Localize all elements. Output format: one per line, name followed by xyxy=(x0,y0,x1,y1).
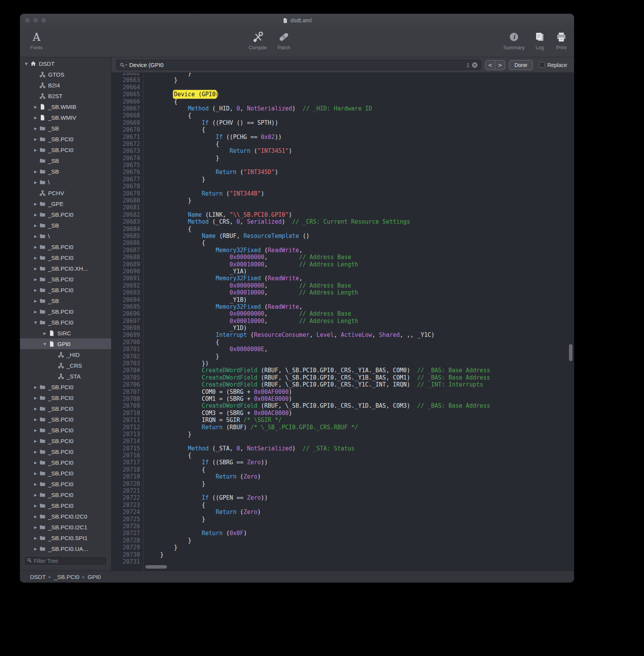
tree-item-sb-pci0-spi1[interactable]: ▶_SB.PCI0.SPI1 xyxy=(20,532,111,543)
disclosure-triangle[interactable]: ▼ xyxy=(32,320,39,325)
tree-item-sb-pci0-i2c0[interactable]: ▶_SB.PCI0.I2C0 xyxy=(20,511,111,522)
code-text[interactable]: Memory32Fixed (ReadWrite, xyxy=(143,303,302,310)
code-editor[interactable]: 20662 }20663 }2066420665 Device (GPI0)20… xyxy=(112,73,574,571)
disclosure-triangle[interactable]: ▶ xyxy=(32,536,39,540)
disclosure-triangle[interactable]: ▶ xyxy=(32,266,39,271)
tree-item-[interactable]: ▶\ xyxy=(20,177,111,187)
code-text[interactable]: COM0 = (SBRG + 0x00AF0000) xyxy=(143,388,292,395)
code-text[interactable]: Return (Zero) xyxy=(143,509,261,515)
search-options-icon[interactable]: ▾ xyxy=(120,62,127,68)
tree-item-sb-pci0[interactable]: ▶_SB.PCI0 xyxy=(20,425,111,435)
disclosure-triangle[interactable]: ▶ xyxy=(32,256,39,260)
code-text[interactable]: Interrupt (ResourceConsumer, Level, Acti… xyxy=(143,331,435,338)
fonts-button[interactable]: A Fonts xyxy=(25,30,48,50)
tree-item-sb-pci0[interactable]: ▶_SB.PCI0 xyxy=(20,479,111,489)
tree-item-sb-pci0[interactable]: ▶_SB.PCI0 xyxy=(20,241,111,252)
tree-item-pchv[interactable]: PCHV xyxy=(20,187,111,198)
code-text[interactable]: { xyxy=(143,502,205,509)
code-text[interactable]: _Y1A) xyxy=(143,268,247,275)
tree-item-b2i4[interactable]: B2I4 xyxy=(20,80,111,90)
code-text[interactable]: { xyxy=(143,239,205,246)
code-text[interactable]: _Y1B) xyxy=(143,296,247,303)
tree-item-gpe[interactable]: ▶_GPE xyxy=(20,198,111,209)
code-text[interactable]: Return (0x0F) xyxy=(143,530,247,537)
code-text[interactable]: CreateDWordField (RBUF, \_SB.PCI0.GPI0._… xyxy=(143,402,490,409)
breadcrumb-item[interactable]: GPI0 xyxy=(88,574,101,580)
tree-item-sb-pci0-ua[interactable]: ▶_SB.PCI0.UA… xyxy=(20,543,111,554)
tree-item-sb-pci0[interactable]: ▶_SB.PCI0 xyxy=(20,414,111,425)
disclosure-triangle[interactable]: ▶ xyxy=(32,525,39,529)
disclosure-triangle[interactable]: ▶ xyxy=(32,126,39,131)
code-text[interactable]: } xyxy=(143,77,177,84)
code-text[interactable]: 0x00010000, // Address Length xyxy=(143,261,358,268)
find-input[interactable] xyxy=(129,62,464,68)
disclosure-triangle[interactable]: ▶ xyxy=(32,493,39,497)
tree-item-sb-pci0[interactable]: ▶_SB.PCI0 xyxy=(20,144,111,155)
code-text[interactable]: Method (_CRS, 0, Serialized) // _CRS: Cu… xyxy=(143,218,410,225)
disclosure-triangle[interactable]: ▶ xyxy=(32,450,39,454)
code-text[interactable]: } xyxy=(143,176,205,183)
code-text[interactable]: 0x00010000, // Address Length xyxy=(143,289,358,296)
tree-item-sb-pci0[interactable]: ▶_SB.PCI0 xyxy=(20,489,111,500)
disclosure-triangle[interactable]: ▶ xyxy=(32,471,39,475)
tree-item-gtos[interactable]: GTOS xyxy=(20,69,111,80)
code-text[interactable]: 0x0000000E, xyxy=(143,346,268,353)
filter-field[interactable] xyxy=(24,556,107,566)
disclosure-triangle[interactable]: ▼ xyxy=(42,342,48,346)
disclosure-triangle[interactable]: ▶ xyxy=(32,310,39,314)
disclosure-triangle[interactable]: ▶ xyxy=(32,234,39,238)
disclosure-triangle[interactable]: ▶ xyxy=(32,223,39,228)
previous-match-button[interactable]: < xyxy=(485,60,495,70)
horizontal-scrollbar-thumb[interactable] xyxy=(145,565,167,569)
disclosure-triangle[interactable]: ▶ xyxy=(32,428,39,432)
disclosure-triangle[interactable]: ▶ xyxy=(32,180,39,184)
code-text[interactable]: } xyxy=(143,544,177,551)
code-text[interactable]: { xyxy=(143,112,191,119)
code-text[interactable]: Device (GPI0) xyxy=(143,91,219,98)
code-text[interactable]: If ((PCHG == 0x02)) xyxy=(143,134,282,141)
code-text[interactable]: } xyxy=(143,155,219,162)
minimize-button[interactable] xyxy=(33,18,38,23)
tree-item-sb-pci0[interactable]: ▶_SB.PCI0 xyxy=(20,274,111,284)
code-text[interactable]: COM1 = (SBRG + 0x00AE0000) xyxy=(143,395,292,402)
zoom-button[interactable] xyxy=(41,18,46,23)
code-text[interactable]: COM3 = (SBRG + 0x00AC0000) xyxy=(143,410,292,417)
code-text[interactable]: } xyxy=(143,353,219,360)
code-text[interactable]: } xyxy=(143,197,191,204)
code-text[interactable]: { xyxy=(143,126,205,133)
disclosure-triangle[interactable]: ▶ xyxy=(32,245,39,249)
code-text[interactable]: CreateDWordField (RBUF, \_SB.PCI0.GPI0._… xyxy=(143,381,483,388)
breadcrumb-item[interactable]: _SB.PCI0 xyxy=(54,574,79,580)
code-text[interactable] xyxy=(143,523,146,530)
code-text[interactable]: } xyxy=(143,551,164,558)
code-text[interactable]: { xyxy=(143,141,219,147)
tree-item-sb-pci0[interactable]: ▶_SB.PCI0 xyxy=(20,403,111,414)
tree-item-sb[interactable]: _SB xyxy=(20,155,111,166)
tree-item-sb-pci0[interactable]: ▶_SB.PCI0 xyxy=(20,500,111,511)
disclosure-triangle[interactable]: ▶ xyxy=(32,547,39,551)
tree-item-dsdt[interactable]: ▼DSDT xyxy=(20,58,111,69)
code-text[interactable]: If ((GPEN == Zero)) xyxy=(143,494,268,501)
vertical-scrollbar-thumb[interactable] xyxy=(569,344,572,361)
print-button[interactable]: Print xyxy=(552,30,570,50)
tree-item-sb-pci0[interactable]: ▶_SB.PCI0 xyxy=(20,382,111,392)
tree-item-sb-pci0-i2c1[interactable]: ▶_SB.PCI0.I2C1 xyxy=(20,522,111,532)
tree-item-sb[interactable]: ▶_SB xyxy=(20,295,111,306)
code-text[interactable]: Name (LINK, "\\_SB.PCI0.GPI0") xyxy=(143,211,292,218)
breadcrumb-item[interactable]: DSDT xyxy=(30,574,46,580)
disclosure-triangle[interactable]: ▶ xyxy=(32,504,39,508)
disclosure-triangle[interactable]: ▶ xyxy=(32,213,39,217)
disclosure-triangle[interactable]: ▶ xyxy=(32,514,39,519)
code-text[interactable] xyxy=(143,558,146,565)
disclosure-triangle[interactable]: ▶ xyxy=(32,396,39,400)
disclosure-triangle[interactable]: ▶ xyxy=(32,115,39,120)
code-text[interactable]: } xyxy=(143,431,191,438)
code-text[interactable]: { xyxy=(143,226,191,233)
disclosure-triangle[interactable]: ▶ xyxy=(32,148,39,152)
code-text[interactable]: { xyxy=(143,452,191,459)
code-text[interactable] xyxy=(143,438,146,445)
tree-item-sb-pci0[interactable]: ▶_SB.PCI0 xyxy=(20,284,111,295)
next-match-button[interactable]: > xyxy=(495,60,505,70)
code-text[interactable]: 0x00010000, // Address Length xyxy=(143,318,358,325)
disclosure-triangle[interactable]: ▶ xyxy=(32,439,39,443)
